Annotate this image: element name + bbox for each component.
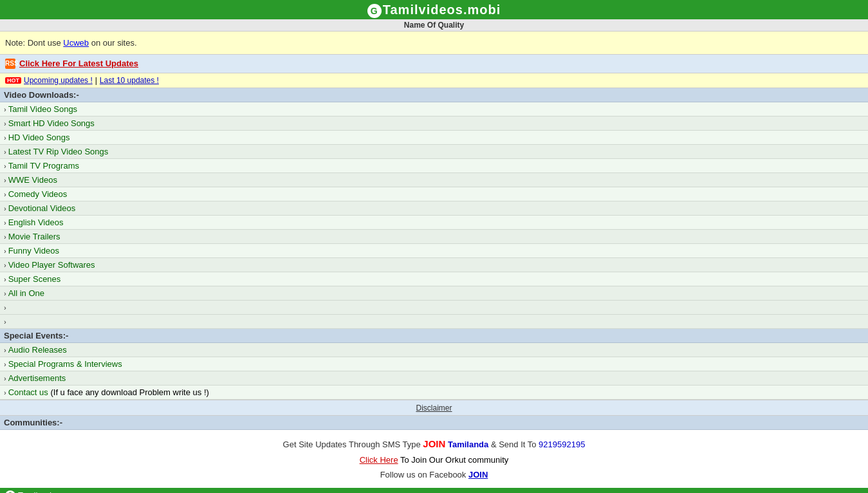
arrow-icon: › [4, 162, 6, 170]
list-item[interactable]: ›Super Scenes [0, 272, 868, 286]
video-downloads-header: Video Downloads:- [0, 88, 868, 102]
empty-row: › [0, 315, 868, 329]
orkut-link[interactable]: Click Here [360, 455, 398, 465]
arrow-icon: › [4, 205, 6, 212]
arrow-icon: › [4, 360, 6, 368]
note-bar: Note: Dont use Ucweb on our sites. [0, 32, 868, 55]
contact-us-link[interactable]: Contact us [8, 387, 48, 397]
special-events-header: Special Events:- [0, 329, 868, 343]
super-scenes-link[interactable]: Super Scenes [8, 274, 61, 284]
arrow-icon: › [4, 247, 6, 255]
disclaimer-link[interactable]: Disclaimer [416, 404, 452, 413]
movie-trailers-link[interactable]: Movie Trailers [8, 232, 60, 241]
upcoming-updates-link[interactable]: Upcoming updates ! [24, 76, 93, 85]
wwe-videos-link[interactable]: WWE Videos [8, 175, 57, 185]
list-item[interactable]: ›WWE Videos [0, 173, 868, 187]
rss-icon: RSS [5, 59, 15, 69]
list-item[interactable]: ›English Videos [0, 216, 868, 230]
footer-bar: G Tamilanda.com [0, 488, 868, 494]
hd-video-songs-link[interactable]: HD Video Songs [8, 133, 70, 142]
hot-bar: HOT Upcoming updates ! | Last 10 updates… [0, 73, 868, 88]
hot-badge: HOT [5, 77, 21, 84]
audio-releases-link[interactable]: Audio Releases [8, 345, 67, 355]
arrow-icon: › [4, 148, 6, 156]
arrow-icon: › [4, 346, 6, 354]
ucweb-link[interactable]: Ucweb [63, 38, 89, 48]
sms-line2: Click Here To Join Our Orkut community [5, 452, 863, 467]
note-prefix: Note: Dont use [5, 38, 63, 48]
communities-header: Communities:- [0, 416, 868, 430]
header-tagline: Name Of Quality [0, 19, 868, 32]
arrow-icon: › [4, 290, 6, 297]
list-item[interactable]: ›Funny Videos [0, 244, 868, 258]
rss-link[interactable]: Click Here For Latest Updates [19, 59, 138, 68]
list-item[interactable]: ›All in One [0, 286, 868, 301]
list-item[interactable]: ›Latest TV Rip Video Songs [0, 145, 868, 159]
list-item[interactable]: ›Devotional Videos [0, 201, 868, 216]
disclaimer-bar: Disclaimer [0, 400, 868, 416]
list-item[interactable]: ›Audio Releases [0, 343, 868, 357]
sms-prefix: Get Site Updates Through SMS Type [283, 440, 423, 449]
site-logo: GTamilvideos.mobi [0, 3, 868, 18]
video-player-softwares-link[interactable]: Video Player Softwares [8, 260, 95, 270]
sms-number: 9219592195 [539, 440, 585, 449]
list-item[interactable]: ›Video Player Softwares [0, 258, 868, 272]
advertisements-link[interactable]: Advertisements [8, 373, 66, 383]
sms-and: & Send It To [488, 440, 539, 449]
list-item[interactable]: ›Comedy Videos [0, 187, 868, 201]
contact-us-note: (If u face any download Problem write us… [48, 387, 209, 397]
all-in-one-link[interactable]: All in One [8, 288, 44, 298]
list-item[interactable]: ›Tamil TV Programs [0, 159, 868, 173]
arrow-icon: › [4, 176, 6, 184]
list-item[interactable]: ›HD Video Songs [0, 131, 868, 145]
header-bar: GTamilvideos.mobi [0, 0, 868, 19]
footer-link[interactable]: Tamilanda.com [18, 490, 74, 493]
sms-line3: Follow us on Facebook JOIN [5, 467, 863, 482]
logo-icon: G [367, 4, 382, 18]
funny-videos-link[interactable]: Funny Videos [8, 246, 59, 256]
list-item[interactable]: ›Smart HD Video Songs [0, 116, 868, 131]
arrow-icon: › [4, 261, 6, 269]
separator: | [95, 76, 97, 85]
list-item[interactable]: ›Contact us (If u face any download Prob… [0, 386, 868, 400]
last10-updates-link[interactable]: Last 10 updates ! [100, 76, 159, 85]
arrow-icon: › [4, 233, 6, 241]
list-item[interactable]: ›Movie Trailers [0, 230, 868, 244]
arrow-icon: › [4, 375, 6, 382]
smart-hd-link[interactable]: Smart HD Video Songs [8, 118, 95, 128]
tamil-video-songs-link[interactable]: Tamil Video Songs [8, 104, 77, 114]
note-suffix: on our sites. [89, 38, 136, 48]
list-item[interactable]: ›Advertisements [0, 371, 868, 386]
latest-tv-rip-link[interactable]: Latest TV Rip Video Songs [8, 147, 109, 156]
rss-bar: RSS Click Here For Latest Updates [0, 55, 868, 73]
empty-row: › [0, 301, 868, 315]
arrow-icon: › [4, 134, 6, 142]
sms-tamilanda: Tamilanda [448, 440, 488, 449]
footer-icon: G [5, 490, 15, 494]
arrow-icon: › [4, 120, 6, 127]
arrow-icon: › [4, 106, 6, 113]
arrow-icon: › [4, 191, 6, 198]
sms-join: JOIN [423, 438, 445, 449]
sms-line1: Get Site Updates Through SMS Type JOIN T… [5, 435, 863, 452]
special-programs-link[interactable]: Special Programs & Interviews [8, 359, 122, 369]
list-item[interactable]: ›Special Programs & Interviews [0, 357, 868, 371]
sms-bar: Get Site Updates Through SMS Type JOIN T… [0, 430, 868, 488]
list-item[interactable]: ›Tamil Video Songs [0, 102, 868, 116]
arrow-icon: › [4, 219, 6, 227]
arrow-icon: › [4, 275, 6, 283]
comedy-videos-link[interactable]: Comedy Videos [8, 189, 68, 199]
arrow-icon: › [4, 304, 6, 312]
english-videos-link[interactable]: English Videos [8, 218, 64, 227]
devotional-videos-link[interactable]: Devotional Videos [8, 203, 76, 213]
tamil-tv-programs-link[interactable]: Tamil TV Programs [8, 161, 79, 171]
facebook-join-link[interactable]: JOIN [468, 470, 488, 479]
arrow-icon: › [4, 318, 6, 326]
arrow-icon: › [4, 389, 6, 396]
